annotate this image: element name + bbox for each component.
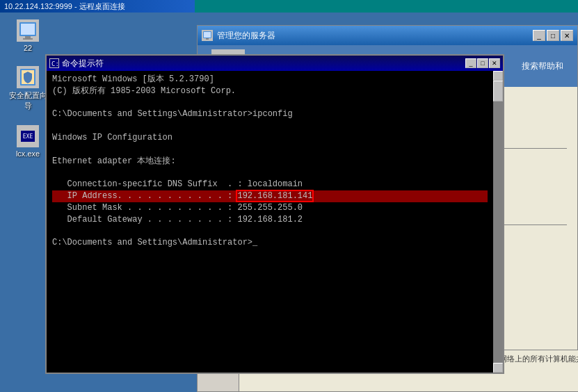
svg-text:C:: C: bbox=[51, 60, 58, 67]
icon-lcx-img: EXE bbox=[17, 125, 39, 147]
server-header-search[interactable]: 搜索帮助和 bbox=[522, 60, 563, 72]
minimize-button[interactable]: _ bbox=[533, 30, 545, 41]
server-panel-title-text: 管理您的服务器 bbox=[217, 30, 275, 42]
cmd-line-prompt: C:\Documents and Settings\Administrator>… bbox=[52, 237, 488, 249]
ip-address-highlight: 192.168.181.141 bbox=[237, 191, 312, 201]
desktop-icon-security[interactable]: 安全配置向导 bbox=[7, 66, 49, 111]
cmd-window: C: 命令提示符 _ □ ✕ Microsoft Windows [版本 5.2… bbox=[45, 54, 504, 374]
cmd-line-4 bbox=[52, 120, 488, 132]
cmd-titlebar: C: 命令提示符 _ □ ✕ bbox=[47, 56, 503, 71]
svg-rect-11 bbox=[206, 38, 209, 40]
icon-security-img bbox=[17, 66, 39, 88]
maximize-button[interactable]: □ bbox=[547, 30, 559, 41]
cmd-line-2 bbox=[52, 97, 488, 109]
cmd-scroll-thumb[interactable] bbox=[493, 81, 503, 101]
cmd-line-1: (C) 版权所有 1985-2003 Microsoft Corp. bbox=[52, 85, 488, 97]
svg-rect-10 bbox=[204, 32, 211, 38]
cmd-line-7: Ethernet adapter 本地连接: bbox=[52, 156, 488, 168]
cmd-scroll-up-btn[interactable]: ▲ bbox=[493, 71, 503, 81]
svg-rect-3 bbox=[23, 38, 33, 40]
icon-22-label: 22 bbox=[24, 44, 32, 52]
cmd-scroll-down-btn[interactable]: ▼ bbox=[493, 363, 503, 373]
cmd-minimize-btn[interactable]: _ bbox=[465, 58, 476, 68]
cmd-scroll-track[interactable] bbox=[493, 81, 503, 363]
cmd-line-subnet: Subnet Mask . . . . . . . . . . : 255.25… bbox=[52, 202, 488, 214]
server-panel-titlebar: 管理您的服务器 _ □ ✕ bbox=[198, 26, 577, 45]
desktop-icons: 22 安全配置向导 EXE lcx.exe bbox=[7, 19, 49, 158]
desktop-icon-lcx[interactable]: EXE lcx.exe bbox=[7, 125, 49, 158]
rdp-titlebar: 10.22.124.132:9999 - 远程桌面连接 bbox=[0, 0, 195, 13]
server-panel-title: 管理您的服务器 bbox=[202, 30, 275, 42]
cmd-line-empty bbox=[52, 225, 488, 237]
svg-text:EXE: EXE bbox=[23, 133, 33, 140]
cmd-line-8 bbox=[52, 167, 488, 179]
icon-security-label: 安全配置向导 bbox=[7, 90, 49, 111]
cmd-output: Microsoft Windows [版本 5.2.3790] (C) 版权所有… bbox=[52, 74, 488, 249]
cmd-maximize-btn[interactable]: □ bbox=[477, 58, 488, 68]
cmd-close-btn[interactable]: ✕ bbox=[489, 58, 500, 68]
icon-lcx-label: lcx.exe bbox=[16, 149, 40, 158]
icon-22-img bbox=[17, 19, 39, 42]
desktop-icon-22[interactable]: 22 bbox=[7, 19, 49, 52]
desktop: 22 安全配置向导 EXE lcx.exe bbox=[0, 13, 578, 392]
cmd-title-text: 命令提示符 bbox=[62, 58, 104, 70]
cmd-line-3: C:\Documents and Settings\Administrator>… bbox=[52, 108, 488, 120]
close-button[interactable]: ✕ bbox=[561, 30, 573, 41]
svg-rect-2 bbox=[25, 36, 31, 38]
cmd-line-0: Microsoft Windows [版本 5.2.3790] bbox=[52, 74, 488, 85]
cmd-window-controls: _ □ ✕ bbox=[465, 58, 500, 68]
rdp-title-text: 10.22.124.132:9999 - 远程桌面连接 bbox=[4, 1, 125, 12]
cmd-line-gateway: Default Gateway . . . . . . . . : 192.16… bbox=[52, 214, 488, 226]
svg-rect-1 bbox=[21, 24, 35, 35]
server-window-controls: _ □ ✕ bbox=[533, 30, 573, 41]
cmd-scrollbar[interactable]: ▲ ▼ bbox=[493, 71, 503, 373]
server-title-icon bbox=[202, 30, 213, 41]
cmd-line-6 bbox=[52, 144, 488, 156]
cmd-line-ip: IP Address. . . . . . . . . . . : 192.16… bbox=[52, 190, 488, 202]
cmd-line-dns: Connection-specific DNS Suffix . : local… bbox=[52, 179, 488, 190]
cmd-line-5: Windows IP Configuration bbox=[52, 132, 488, 144]
cmd-title: C: 命令提示符 bbox=[49, 58, 104, 70]
cmd-icon: C: bbox=[49, 58, 59, 68]
cmd-body: Microsoft Windows [版本 5.2.3790] (C) 版权所有… bbox=[47, 71, 503, 373]
